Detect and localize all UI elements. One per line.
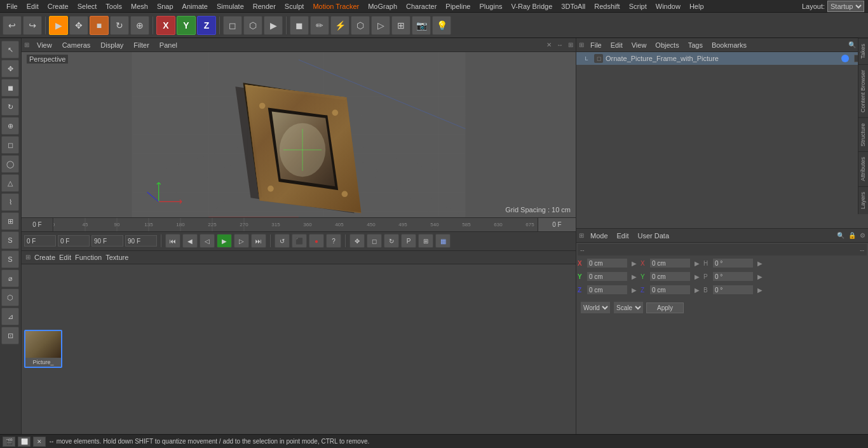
attr-settings-icon[interactable]: ⚙ <box>860 232 865 239</box>
timeline-ruler[interactable]: 0 45 90 135 180 225 270 315 360 405 450 … <box>53 217 538 231</box>
frame-start-input[interactable]: 0 F <box>24 235 56 247</box>
coord-x-pos-input[interactable]: 0 cm <box>587 258 628 268</box>
frame-preview-end-input[interactable]: 90 F <box>125 235 157 247</box>
tool-button-9[interactable]: ⌇ <box>1 193 19 211</box>
obj-bookmarks-menu[interactable]: Bookmarks <box>709 41 749 49</box>
attr-lock-icon[interactable]: 🔒 <box>848 232 856 239</box>
help-button[interactable]: ? <box>326 234 341 248</box>
tool-button-16[interactable]: ⊡ <box>1 327 19 344</box>
light-button[interactable]: 💡 <box>432 16 451 35</box>
z-axis-button[interactable]: Z <box>197 16 216 35</box>
tool-button-5[interactable]: ⊕ <box>1 117 19 135</box>
pen-button[interactable]: ✏ <box>310 16 329 35</box>
transform-tool-button[interactable]: ⊕ <box>130 16 149 35</box>
obj-edit-menu[interactable]: Edit <box>608 41 625 49</box>
frame-end-input[interactable]: 90 F <box>92 235 123 247</box>
attr-edit-menu[interactable]: Edit <box>614 232 632 240</box>
side-tab-content-browser[interactable]: Content Browser <box>858 64 868 118</box>
play-button-toolbar[interactable]: ▶ <box>264 16 283 35</box>
menu-tools[interactable]: Tools <box>102 0 126 13</box>
loop-button[interactable]: ↺ <box>275 234 290 248</box>
viewport-icon-2[interactable]: ↔ <box>557 41 563 48</box>
viewport-panel-menu[interactable]: Panel <box>157 41 180 49</box>
mat-function-menu[interactable]: Function <box>75 254 102 261</box>
undo-button[interactable]: ↩ <box>3 16 22 35</box>
cube-view-button[interactable]: ◼ <box>290 16 309 35</box>
viewport-canvas[interactable]: Perspective <box>22 52 576 217</box>
frame-preview-start-input[interactable]: 0 F <box>58 235 90 247</box>
obj-tags-menu[interactable]: Tags <box>686 41 705 49</box>
menu-character[interactable]: Character <box>402 0 440 13</box>
obj-file-menu[interactable]: File <box>588 41 604 49</box>
viewport-icon-1[interactable]: ✕ <box>546 41 552 48</box>
menu-animate[interactable]: Animate <box>179 0 212 13</box>
goto-end-button[interactable]: ⏭ <box>251 234 266 248</box>
tool-button-15[interactable]: ⊿ <box>1 308 19 325</box>
y-axis-button[interactable]: Y <box>177 16 196 35</box>
menu-mograph[interactable]: MoGraph <box>364 0 401 13</box>
menu-sculpt[interactable]: Sculpt <box>281 0 308 13</box>
coord-x-scale-input[interactable]: 0 cm <box>649 258 691 268</box>
tool-button-6[interactable]: ◻ <box>1 136 19 154</box>
shape-button[interactable]: ▷ <box>371 16 390 35</box>
grid-transport-button[interactable]: ⊞ <box>418 234 433 248</box>
menu-mesh[interactable]: Mesh <box>127 0 152 13</box>
menu-vray[interactable]: V-Ray Bridge <box>508 0 557 13</box>
knife-button[interactable]: ⚡ <box>330 16 349 35</box>
tool-button-8[interactable]: △ <box>1 174 19 192</box>
tool-button-3[interactable]: ◼ <box>1 79 19 97</box>
play-forward-button[interactable]: ▶ <box>217 234 232 248</box>
menu-script[interactable]: Script <box>625 0 651 13</box>
menu-3dtoall[interactable]: 3DToAll <box>557 0 589 13</box>
move-transport-button[interactable]: ✥ <box>349 234 365 248</box>
menu-render[interactable]: Render <box>249 0 280 13</box>
menu-plugins[interactable]: Plugins <box>475 0 506 13</box>
mat-texture-menu[interactable]: Texture <box>105 254 128 261</box>
rotate-transport-button[interactable]: ↻ <box>384 234 399 248</box>
coord-y-rot-input[interactable]: 0 ° <box>712 271 754 282</box>
attr-mode-menu[interactable]: Mode <box>588 232 611 240</box>
play-backward-button[interactable]: ◁ <box>200 234 215 248</box>
coord-z-scale-input[interactable]: 0 cm <box>649 285 691 295</box>
viewport-display-menu[interactable]: Display <box>98 41 126 49</box>
polygon-button[interactable]: ⬡ <box>243 16 262 35</box>
redo-button[interactable]: ↩ <box>23 16 42 35</box>
null-object-button[interactable]: ◻ <box>223 16 242 35</box>
menu-window[interactable]: Window <box>652 0 684 13</box>
coord-x-rot-input[interactable]: 0 ° <box>712 258 754 268</box>
mat-edit-menu[interactable]: Edit <box>59 254 71 261</box>
object-row-frame[interactable]: L ◻ Ornate_Picture_Frame_with_Picture <box>576 52 868 65</box>
coord-y-scale-input[interactable]: 0 cm <box>649 271 691 282</box>
scale-dropdown[interactable]: Scale <box>613 301 644 314</box>
select-tool-button[interactable]: ▶ <box>49 16 68 35</box>
tool-button-2[interactable]: ✥ <box>1 60 19 78</box>
coord-y-pos-input[interactable]: 0 cm <box>587 271 628 282</box>
viewport-shade-button[interactable]: ▦ <box>435 234 451 248</box>
grid-button[interactable]: ⊞ <box>391 16 410 35</box>
tool-button-13[interactable]: ⌀ <box>1 269 19 287</box>
menu-simulate[interactable]: Simulate <box>213 0 248 13</box>
side-tab-takes[interactable]: Takes <box>858 38 868 64</box>
tool-button-1[interactable]: ↖ <box>1 41 19 58</box>
viewport-icon-3[interactable]: ⊞ <box>568 41 573 48</box>
viewport-cameras-menu[interactable]: Cameras <box>60 41 93 49</box>
menu-pipeline[interactable]: Pipeline <box>442 0 474 13</box>
menu-edit[interactable]: Edit <box>23 0 43 13</box>
rotate-tool-button[interactable]: ↻ <box>110 16 129 35</box>
next-frame-button[interactable]: ▷ <box>234 234 249 248</box>
stop-button[interactable]: ⬛ <box>292 234 307 248</box>
prev-frame-button[interactable]: ◀ <box>182 234 198 248</box>
menu-redshift[interactable]: Redshift <box>590 0 623 13</box>
viewport-options-icon[interactable]: ⊞ <box>24 41 29 48</box>
apply-button[interactable]: Apply <box>646 302 684 313</box>
status-icon-square[interactable]: ⬜ <box>18 437 31 447</box>
scale-tool-button[interactable]: ■ <box>90 16 109 35</box>
menu-create[interactable]: Create <box>44 0 72 13</box>
side-tab-attributes[interactable]: Attributes <box>858 151 868 186</box>
tool-button-12[interactable]: S <box>1 250 19 268</box>
menu-help[interactable]: Help <box>686 0 708 13</box>
scale-transport-button[interactable]: ◻ <box>367 234 382 248</box>
x-axis-button[interactable]: X <box>156 16 175 35</box>
mat-create-menu[interactable]: Create <box>34 254 55 261</box>
obj-view-menu[interactable]: View <box>629 41 649 49</box>
